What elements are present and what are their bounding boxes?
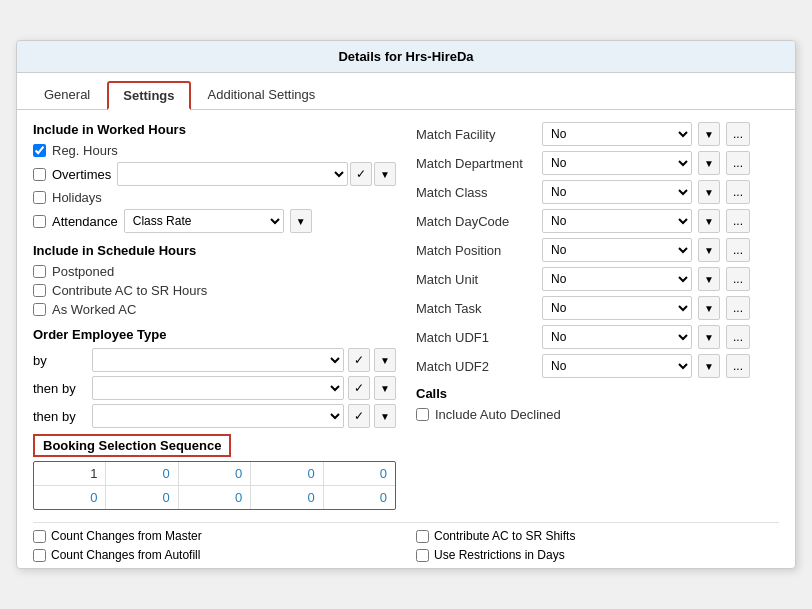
booking-section-wrapper: Booking Selection Sequence 1 0 0 0 0 0 0	[33, 434, 396, 510]
match-chevron-6[interactable]: ▼	[698, 296, 720, 320]
count-changes-autofill-checkbox[interactable]	[33, 549, 46, 562]
match-chevron-5[interactable]: ▼	[698, 267, 720, 291]
then-by-label-1: then by	[33, 381, 88, 396]
match-select-0[interactable]: No	[542, 122, 692, 146]
booking-cell-1-5[interactable]: 0	[324, 462, 395, 486]
match-label-3: Match DayCode	[416, 214, 536, 229]
match-row-0: Match FacilityNo▼...	[416, 122, 779, 146]
overtimes-arrow-btn[interactable]: ▼	[374, 162, 396, 186]
booking-cell-2-1[interactable]: 0	[34, 486, 106, 509]
match-ellipsis-0[interactable]: ...	[726, 122, 750, 146]
by-select[interactable]	[92, 348, 344, 372]
booking-cell-2-4[interactable]: 0	[251, 486, 323, 509]
by-label: by	[33, 353, 88, 368]
match-select-5[interactable]: No	[542, 267, 692, 291]
match-ellipsis-7[interactable]: ...	[726, 325, 750, 349]
attendance-label: Attendance	[52, 214, 118, 229]
overtimes-checkbox[interactable]	[33, 168, 46, 181]
match-chevron-7[interactable]: ▼	[698, 325, 720, 349]
match-ellipsis-4[interactable]: ...	[726, 238, 750, 262]
match-chevron-8[interactable]: ▼	[698, 354, 720, 378]
then-by-arrow-btn-2[interactable]: ▼	[374, 404, 396, 428]
tab-general[interactable]: General	[29, 81, 105, 109]
match-label-0: Match Facility	[416, 127, 536, 142]
calls-section: Calls Include Auto Declined	[416, 386, 779, 422]
match-select-4[interactable]: No	[542, 238, 692, 262]
order-employee-title: Order Employee Type	[33, 327, 396, 342]
match-ellipsis-2[interactable]: ...	[726, 180, 750, 204]
by-arrow-btn[interactable]: ▼	[374, 348, 396, 372]
then-by-check-btn-2[interactable]: ✓	[348, 404, 370, 428]
use-restrictions-days-label: Use Restrictions in Days	[434, 548, 565, 562]
match-ellipsis-8[interactable]: ...	[726, 354, 750, 378]
contribute-ac-checkbox[interactable]	[33, 284, 46, 297]
contribute-ac-sr-shifts-label: Contribute AC to SR Shifts	[434, 529, 575, 543]
count-changes-master-checkbox[interactable]	[33, 530, 46, 543]
match-label-2: Match Class	[416, 185, 536, 200]
overtimes-check-btn[interactable]: ✓	[350, 162, 372, 186]
holidays-row: Holidays	[33, 190, 396, 205]
overtimes-select[interactable]	[117, 162, 348, 186]
booking-cell-2-3[interactable]: 0	[179, 486, 251, 509]
match-row-3: Match DayCodeNo▼...	[416, 209, 779, 233]
then-by-arrow-btn-1[interactable]: ▼	[374, 376, 396, 400]
booking-cell-1-2[interactable]: 0	[106, 462, 178, 486]
booking-row-2: 0 0 0 0 0	[34, 486, 395, 509]
count-changes-master-row: Count Changes from Master	[33, 529, 396, 543]
match-chevron-3[interactable]: ▼	[698, 209, 720, 233]
use-restrictions-days-row: Use Restrictions in Days	[416, 548, 779, 562]
booking-cell-1-1[interactable]: 1	[34, 462, 106, 486]
reg-hours-checkbox[interactable]	[33, 144, 46, 157]
booking-cell-1-3[interactable]: 0	[179, 462, 251, 486]
match-row-6: Match TaskNo▼...	[416, 296, 779, 320]
match-chevron-1[interactable]: ▼	[698, 151, 720, 175]
include-auto-declined-checkbox[interactable]	[416, 408, 429, 421]
use-restrictions-days-checkbox[interactable]	[416, 549, 429, 562]
match-chevron-0[interactable]: ▼	[698, 122, 720, 146]
dialog: Details for Hrs-HireDa General Settings …	[16, 40, 796, 569]
match-select-8[interactable]: No	[542, 354, 692, 378]
as-worked-checkbox[interactable]	[33, 303, 46, 316]
include-worked-title: Include in Worked Hours	[33, 122, 396, 137]
tab-additional-settings[interactable]: Additional Settings	[193, 81, 331, 109]
then-by-check-btn-1[interactable]: ✓	[348, 376, 370, 400]
booking-cell-2-5[interactable]: 0	[324, 486, 395, 509]
match-label-4: Match Position	[416, 243, 536, 258]
match-ellipsis-3[interactable]: ...	[726, 209, 750, 233]
holidays-checkbox[interactable]	[33, 191, 46, 204]
then-by-select-1[interactable]	[92, 376, 344, 400]
attendance-checkbox[interactable]	[33, 215, 46, 228]
by-row: by ✓ ▼	[33, 348, 396, 372]
reg-hours-row: Reg. Hours	[33, 143, 396, 158]
booking-cell-1-4[interactable]: 0	[251, 462, 323, 486]
attendance-select[interactable]: Class Rate	[124, 209, 284, 233]
then-by-select-2[interactable]	[92, 404, 344, 428]
tab-settings[interactable]: Settings	[107, 81, 190, 110]
match-ellipsis-1[interactable]: ...	[726, 151, 750, 175]
booking-cell-2-2[interactable]: 0	[106, 486, 178, 509]
match-chevron-2[interactable]: ▼	[698, 180, 720, 204]
postponed-label: Postponed	[52, 264, 114, 279]
attendance-arrow-btn[interactable]: ▼	[290, 209, 312, 233]
contribute-ac-row: Contribute AC to SR Hours	[33, 283, 396, 298]
match-select-1[interactable]: No	[542, 151, 692, 175]
by-check-btn[interactable]: ✓	[348, 348, 370, 372]
include-schedule-title: Include in Schedule Hours	[33, 243, 396, 258]
match-select-7[interactable]: No	[542, 325, 692, 349]
include-auto-declined-label: Include Auto Declined	[435, 407, 561, 422]
match-ellipsis-5[interactable]: ...	[726, 267, 750, 291]
postponed-checkbox[interactable]	[33, 265, 46, 278]
include-auto-declined-row: Include Auto Declined	[416, 407, 779, 422]
contribute-ac-sr-shifts-checkbox[interactable]	[416, 530, 429, 543]
contribute-ac-sr-shifts-row: Contribute AC to SR Shifts	[416, 529, 779, 543]
match-select-6[interactable]: No	[542, 296, 692, 320]
match-label-5: Match Unit	[416, 272, 536, 287]
match-ellipsis-6[interactable]: ...	[726, 296, 750, 320]
reg-hours-label: Reg. Hours	[52, 143, 118, 158]
match-label-8: Match UDF2	[416, 359, 536, 374]
match-row-8: Match UDF2No▼...	[416, 354, 779, 378]
match-chevron-4[interactable]: ▼	[698, 238, 720, 262]
match-select-2[interactable]: No	[542, 180, 692, 204]
as-worked-label: As Worked AC	[52, 302, 136, 317]
match-select-3[interactable]: No	[542, 209, 692, 233]
